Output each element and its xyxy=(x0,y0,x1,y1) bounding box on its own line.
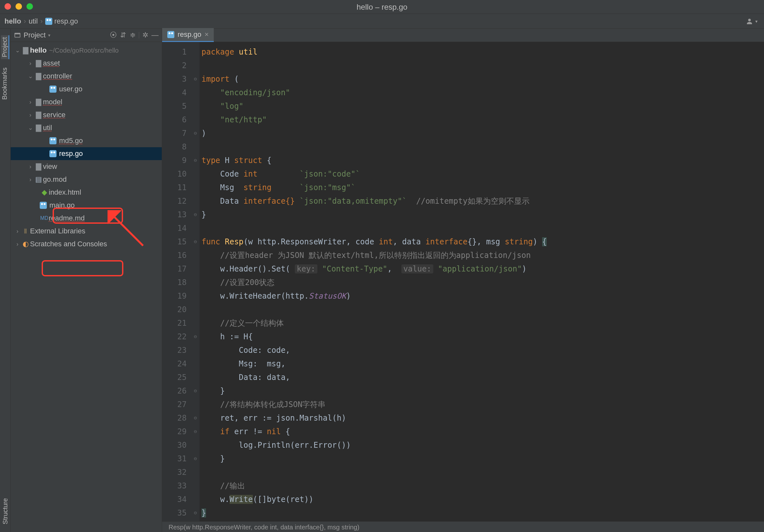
tree-label: controller xyxy=(43,72,72,81)
scope-icon[interactable]: ⦿ xyxy=(110,31,117,39)
status-bar: Resp(w http.ResponseWriter, code int, da… xyxy=(162,521,764,532)
project-view-label: Project xyxy=(24,31,46,39)
svg-rect-2 xyxy=(15,33,20,35)
window-title: hello – resp.go xyxy=(356,3,407,12)
chevron-right-icon: › xyxy=(27,112,34,118)
go-file-icon xyxy=(49,150,57,157)
go-file-icon xyxy=(49,137,57,144)
tree-label: view xyxy=(43,162,57,171)
chevron-right-icon: › xyxy=(27,163,34,170)
tree-dir-controller[interactable]: ⌄ ▇ controller xyxy=(11,70,162,83)
bookmarks-tool-tab[interactable]: Bookmarks xyxy=(1,66,8,102)
svg-point-0 xyxy=(748,19,751,21)
tree-file-index-html[interactable]: ◆ index.html xyxy=(11,186,162,199)
tree-label: External Libraries xyxy=(30,227,85,235)
tree-label: readme.md xyxy=(49,214,85,223)
tree-root[interactable]: ⌄ ▇ hello ~/Code/goRoot/src/hello xyxy=(11,44,162,57)
structure-tool-tab[interactable]: Structure xyxy=(2,496,9,526)
tree-label: Scratches and Consoles xyxy=(30,240,107,248)
markdown-file-icon: MD xyxy=(40,215,49,221)
tree-label: index.html xyxy=(49,188,81,197)
project-view-switcher[interactable]: Project ▾ xyxy=(14,31,50,39)
chevron-right-icon: › xyxy=(27,60,34,67)
tree-dir-asset[interactable]: › ▇ asset xyxy=(11,57,162,70)
close-window-icon[interactable] xyxy=(5,3,11,10)
tree-file-main-go[interactable]: main.go xyxy=(11,199,162,212)
breadcrumb: hello › util › resp.go xyxy=(0,17,78,26)
folder-icon: ▇ xyxy=(34,59,43,68)
folder-icon: ▇ xyxy=(34,98,43,106)
tree-file-md5-go[interactable]: md5.go xyxy=(11,134,162,147)
chevron-right-icon: › xyxy=(14,241,21,248)
tree-dir-util[interactable]: ⌄ ▇ util xyxy=(11,121,162,134)
tree-label: asset xyxy=(43,59,60,68)
tree-dir-view[interactable]: › ▇ view xyxy=(11,160,162,173)
chevron-right-icon: › xyxy=(27,176,34,183)
expand-all-icon[interactable]: ⇵ xyxy=(119,31,126,39)
editor-tabs: resp.go × xyxy=(162,29,764,42)
chevron-down-icon: ⌄ xyxy=(27,124,34,131)
hide-sidebar-icon[interactable]: — xyxy=(151,31,158,39)
left-tool-strip: Project Bookmarks Structure xyxy=(0,29,11,532)
status-text: Resp(w http.ResponseWriter, code int, da… xyxy=(169,524,359,531)
traffic-lights xyxy=(5,3,33,10)
go-file-icon xyxy=(167,31,174,38)
minimize-window-icon[interactable] xyxy=(16,3,22,10)
chevron-right-icon: › xyxy=(40,17,43,26)
chevron-right-icon: › xyxy=(24,17,26,26)
editor-pane: resp.go × 123456789101112131415161718192… xyxy=(162,29,764,532)
tab-label: resp.go xyxy=(178,30,201,39)
tree-file-user-go[interactable]: user.go xyxy=(11,83,162,95)
chevron-right-icon: › xyxy=(14,228,21,235)
line-number-gutter: 1234567891011121314151617181920212223242… xyxy=(162,42,191,521)
collapse-all-icon[interactable]: ≑ xyxy=(129,31,136,39)
code-content[interactable]: package util import ( "encoding/json" "l… xyxy=(200,42,764,521)
html-file-icon: ◆ xyxy=(40,188,49,197)
chevron-down-icon: ⌄ xyxy=(14,47,21,54)
breadcrumb-file-label: resp.go xyxy=(54,17,78,26)
tree-file-resp-go[interactable]: resp.go xyxy=(11,147,162,160)
tree-label: user.go xyxy=(59,85,82,93)
breadcrumb-dir[interactable]: util xyxy=(29,17,38,26)
go-file-icon xyxy=(49,86,57,92)
tree-label: resp.go xyxy=(59,149,83,158)
project-tree: ⌄ ▇ hello ~/Code/goRoot/src/hello › ▇ as… xyxy=(11,42,162,532)
breadcrumb-file[interactable]: resp.go xyxy=(45,17,78,26)
tree-label: service xyxy=(43,111,66,119)
folder-icon: ▇ xyxy=(34,72,43,81)
tree-dir-model[interactable]: › ▇ model xyxy=(11,95,162,108)
tree-root-label: hello xyxy=(30,46,47,55)
user-icon xyxy=(746,17,753,25)
folder-icon: ▇ xyxy=(34,124,43,132)
go-file-icon xyxy=(40,202,47,209)
tree-label: util xyxy=(43,124,52,132)
code-editor[interactable]: 1234567891011121314151617181920212223242… xyxy=(162,42,764,521)
chevron-down-icon: ⌄ xyxy=(27,73,34,80)
account-dropdown[interactable]: ▾ xyxy=(746,17,758,25)
scratch-icon: ◐ xyxy=(21,240,30,248)
tree-file-go-mod[interactable]: › ▤ go.mod xyxy=(11,173,162,186)
tree-label: go.mod xyxy=(43,175,67,184)
close-tab-icon[interactable]: × xyxy=(204,30,209,39)
tree-label: md5.go xyxy=(59,136,83,145)
project-icon xyxy=(14,32,21,39)
project-sidebar: Project ▾ ⦿ ⇵ ≑ ✲ — ⌄ ▇ hello ~/Code/goR… xyxy=(11,29,162,532)
project-tool-tab[interactable]: Project xyxy=(1,35,9,59)
breadcrumb-root[interactable]: hello xyxy=(5,17,21,26)
chevron-down-icon: ▾ xyxy=(48,33,50,38)
tree-label: main.go xyxy=(49,201,75,210)
tree-root-path: ~/Code/goRoot/src/hello xyxy=(49,47,118,54)
go-file-icon xyxy=(45,18,52,25)
fold-column: ⊖⊖⊖⊖⊖⊖⊖⊖⊖⊖⊖ xyxy=(191,42,200,521)
tree-external-libraries[interactable]: › ⫴ External Libraries xyxy=(11,225,162,238)
tree-dir-service[interactable]: › ▇ service xyxy=(11,108,162,121)
settings-icon[interactable]: ✲ xyxy=(142,31,149,39)
file-icon: ▤ xyxy=(34,175,43,184)
tree-label: model xyxy=(43,98,62,106)
maximize-window-icon[interactable] xyxy=(27,3,33,10)
tab-resp-go[interactable]: resp.go × xyxy=(162,28,214,42)
tree-file-readme-md[interactable]: MD readme.md xyxy=(11,212,162,225)
folder-icon: ▇ xyxy=(21,46,30,55)
tree-scratches[interactable]: › ◐ Scratches and Consoles xyxy=(11,238,162,251)
folder-icon: ▇ xyxy=(34,111,43,119)
